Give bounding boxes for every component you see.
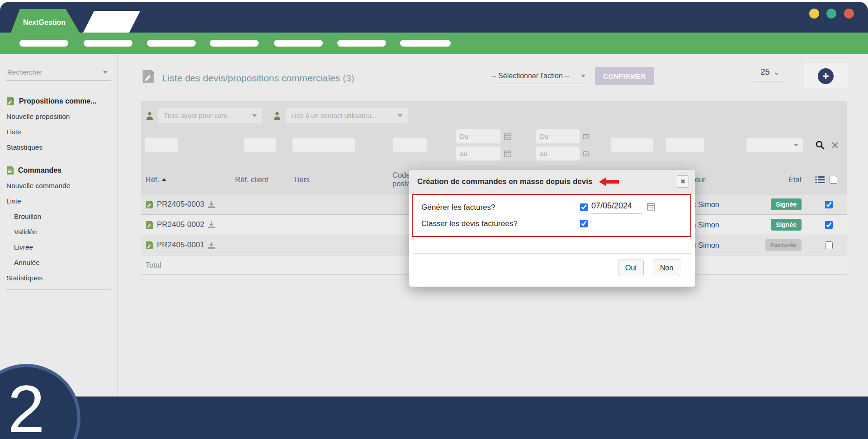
menu-item-placeholder[interactable] [400,40,451,47]
filter-ref-input[interactable] [145,137,178,152]
search-input[interactable]: Rechercher [6,67,111,81]
close-icon[interactable]: ✖ [677,175,689,188]
sidebar-divider [6,159,111,159]
filter-tiers-input[interactable] [292,137,355,152]
window-titlebar: NextGestion [0,2,868,33]
sidebar-item-nouvelle-proposition[interactable]: Nouvelle proposition [6,109,111,124]
chevron-down-icon [398,114,402,117]
filter-date-fin-to-input[interactable] [536,146,580,161]
download-icon[interactable] [208,201,215,208]
confirm-button[interactable]: CONFIRMER [595,67,654,85]
calendar-icon[interactable] [647,203,655,211]
add-button[interactable]: + [818,68,834,84]
filter-montant-input[interactable] [610,137,653,152]
calendar-icon[interactable] [504,133,511,140]
chevron-down-icon [581,75,585,77]
result-count: (3) [343,73,354,83]
generate-invoices-checkbox[interactable] [580,203,588,211]
sidebar-item-brouillon[interactable]: Brouillon [6,209,111,224]
status-badge: Signée [771,219,802,231]
proposal-ref-link[interactable]: PR2405-0001 [157,241,204,250]
window-dot-yellow-icon[interactable] [809,9,819,19]
proposal-ref-link[interactable]: PR2405-0002 [157,220,204,229]
person-icon [146,111,154,120]
menu-item-placeholder[interactable] [210,40,259,47]
column-etat[interactable]: État [742,175,808,184]
add-proposal-area: + [804,63,848,89]
yes-button[interactable]: Oui [618,260,644,276]
sidebar-item-statistiques-propositions[interactable]: Statistiques [6,140,111,155]
sidebar-section-commandes[interactable]: Commandes [6,163,111,178]
sidebar-item-annulee[interactable]: Annulée [6,255,111,270]
column-ref-client[interactable]: Réf. client [231,175,286,184]
titlebar-placeholder [83,11,140,33]
row-checkbox[interactable] [825,241,833,249]
download-icon[interactable] [208,241,215,249]
no-button[interactable]: Non [653,260,680,276]
column-list-icon[interactable] [815,176,825,184]
proposal-doc-pencil-icon [146,221,154,229]
column-tiers[interactable]: Tiers [286,175,367,184]
bottom-bar [0,397,868,439]
brand-logo: NextGestion [23,19,66,27]
sidebar-section-propositions[interactable]: Propositions comme... [6,94,111,109]
download-icon[interactable] [208,221,215,229]
calendar-icon[interactable] [504,150,511,157]
menu-item-placeholder[interactable] [147,40,196,47]
menu-item-placeholder[interactable] [274,40,323,47]
column-filters [141,125,847,165]
invoice-date-input[interactable]: 07/05/2024 [591,201,642,214]
status-badge: Facturée [765,239,802,251]
sidebar-item-liste-propositions[interactable]: Liste [6,124,111,140]
chevron-down-icon [794,144,798,146]
sidebar-item-liste-commandes[interactable]: Liste [6,194,111,209]
column-ref[interactable]: Réf. [141,175,231,184]
page-size-select[interactable]: 25 ⌄ [754,67,786,81]
search-placeholder: Rechercher [7,68,42,76]
proposal-doc-pencil-icon [146,200,154,209]
order-file-icon [6,166,14,175]
page-title: Liste des devis/propositions commerciale… [162,73,354,84]
window-dot-green-icon[interactable] [826,9,836,19]
red-annotation-box: Générer les factures? 07/05/2024 Classer… [412,194,691,237]
calendar-icon[interactable] [583,133,589,140]
brand-tab[interactable]: NextGestion [11,9,80,33]
dialog-title: Création de commandes en masse depuis de… [417,177,592,186]
window-dot-red-icon[interactable] [844,9,854,19]
red-arrow-annotation-icon [599,177,619,187]
contact-filter-select[interactable]: Liés à un contact utilisateu... [286,108,408,123]
chevron-down-icon: ⌄ [774,69,779,76]
menu-item-placeholder[interactable] [337,40,386,47]
sidebar-item-validee[interactable]: Validée [6,224,111,240]
classify-quotes-checkbox[interactable] [580,220,588,227]
sort-asc-icon[interactable] [162,178,166,181]
menu-item-placeholder[interactable] [84,40,132,47]
classify-quotes-label: Classer les devis facturées? [421,219,518,228]
select-all-checkbox[interactable] [830,176,837,184]
filter-date-propos-to-input[interactable] [456,146,501,161]
third-party-filter-select[interactable]: Tiers ayant pour com... [158,108,262,123]
mass-action-select[interactable]: -- Sélectionner l'action -- [491,72,587,84]
filter-etat-select[interactable] [746,137,803,152]
filter-auteur-input[interactable] [665,137,704,152]
dialog-titlebar: Création de commandes en masse depuis de… [409,170,695,194]
content-area: Rechercher Propositions comme... Nouvell… [0,54,868,397]
sidebar-item-nouvelle-commande[interactable]: Nouvelle commande [6,178,111,194]
generate-invoices-label: Générer les factures? [421,203,495,212]
filter-code-postal-input[interactable] [392,137,428,152]
calendar-icon[interactable] [583,150,589,157]
filter-ref-client-input[interactable] [243,137,277,152]
sidebar-item-statistiques-commandes[interactable]: Statistiques [6,270,111,286]
menu-item-placeholder[interactable] [19,40,68,47]
proposal-ref-link[interactable]: PR2405-0003 [157,200,204,209]
sidebar-item-livree[interactable]: Livrée [6,240,111,255]
filter-date-fin-from-input[interactable] [536,129,580,144]
status-badge: Signée [771,198,802,210]
row-checkbox[interactable] [825,201,833,208]
clear-filters-icon[interactable] [831,142,839,149]
search-icon[interactable] [815,140,825,150]
row-checkbox[interactable] [825,221,833,229]
proposal-doc-pencil-icon [146,241,154,250]
proposal-doc-pencil-icon [6,97,15,106]
filter-date-propos-from-input[interactable] [456,129,501,144]
